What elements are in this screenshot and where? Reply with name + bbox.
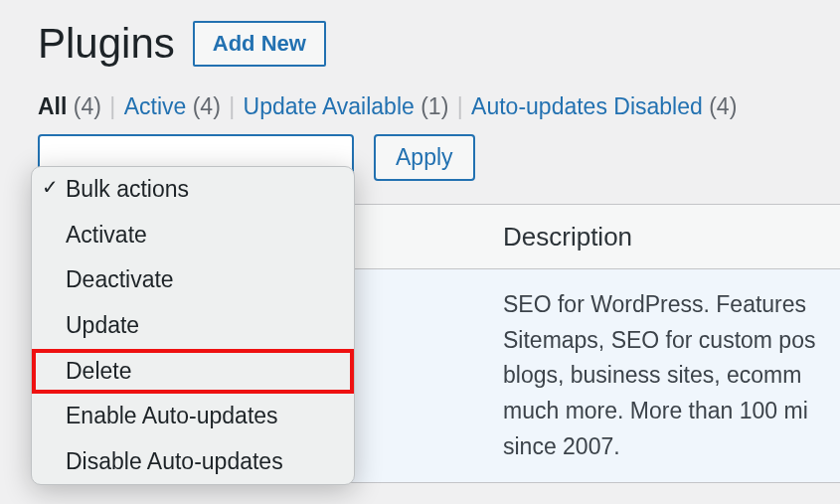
page-title: Plugins [38,20,175,68]
plugin-description: SEO for WordPress. Features Sitemaps, SE… [503,269,840,482]
bulk-option-update[interactable]: Update [32,303,354,349]
filter-all[interactable]: All [38,93,67,119]
add-new-button[interactable]: Add New [193,21,326,67]
filter-active[interactable]: Active [124,93,187,119]
bulk-option-placeholder[interactable]: Bulk actions [32,167,354,213]
column-description: Description [503,222,840,252]
plugin-filter-links: All (4) | Active (4) | Update Available … [38,93,840,120]
bulk-option-enable-auto-updates[interactable]: Enable Auto-updates [32,394,354,439]
apply-button[interactable]: Apply [374,134,475,181]
bulk-actions-dropdown[interactable]: Bulk actions Activate Deactivate Update … [31,166,355,485]
bulk-option-deactivate[interactable]: Deactivate [32,257,354,303]
bulk-option-disable-auto-updates[interactable]: Disable Auto-updates [32,439,354,485]
bulk-option-activate[interactable]: Activate [32,213,354,258]
bulk-option-delete[interactable]: Delete [32,349,354,395]
filter-auto-updates-disabled[interactable]: Auto-updates Disabled [471,93,703,119]
filter-update-available[interactable]: Update Available [244,93,415,119]
